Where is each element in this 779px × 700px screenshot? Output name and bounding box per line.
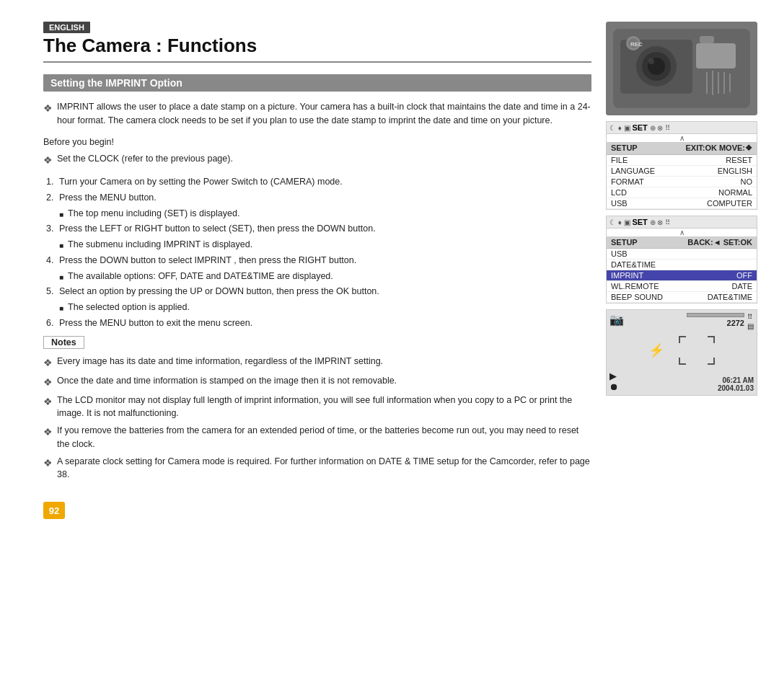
sub-step-4: ■The submenu including IMPRINT is displa… — [59, 238, 591, 252]
menu1-icons: ☾ ♦ ▣ SET ⊕ ⊗ ⠿ — [609, 123, 670, 132]
square-icon: ■ — [59, 303, 63, 314]
sub-step-2: ■The top menu including (SET) is display… — [59, 207, 591, 221]
step-1: 2.Press the MENU button. — [46, 191, 591, 205]
menu2-row2-left: IMPRINT — [611, 271, 643, 280]
vf-date: 2004.01.03 — [718, 384, 754, 392]
camera-svg: REC — [606, 22, 757, 115]
note-diamond-4: ❖ — [43, 456, 53, 471]
section-header: Setting the IMPRINT Option — [43, 74, 591, 92]
menu1-header-left: SETUP — [611, 143, 638, 153]
step-7: 5.Select an option by pressing the UP or… — [46, 285, 591, 298]
camera-image: REC — [606, 22, 757, 115]
note-2: ❖The LCD monitor may not display full le… — [43, 394, 591, 421]
menu2-header: SETUP BACK:◄ SET:OK — [607, 236, 757, 249]
notes-label: Notes — [51, 337, 76, 347]
svg-rect-7 — [696, 43, 736, 68]
menu1-row-2: FORMAT NO — [607, 177, 757, 187]
page: ENGLISH The Camera : Functions Setting t… — [0, 0, 779, 533]
step-3: 3.Press the LEFT or RIGHT button to sele… — [46, 222, 591, 236]
intro-text: IMPRINT allows the user to place a date … — [57, 100, 591, 128]
step-9: 6.Press the MENU button to exit the menu… — [46, 316, 591, 330]
note-1: ❖Once the date and time information is s… — [43, 374, 591, 390]
menu2-caret: ∧ — [607, 229, 757, 236]
menu2-row-3: WL.REMOTE DATE — [607, 281, 757, 292]
note-diamond-0: ❖ — [43, 355, 53, 371]
menu2-row2-right: OFF — [736, 271, 752, 280]
note-diamond-2: ❖ — [43, 394, 53, 409]
before-begin-text: Before you begin! — [43, 136, 591, 149]
menu1-row-4: USB COMPUTER — [607, 198, 757, 209]
language-tag: ENGLISH — [43, 22, 90, 33]
menu1-row0-right: RESET — [726, 156, 752, 164]
sub-step-8: ■The selected option is applied. — [59, 301, 591, 314]
menu1-row2-right: NO — [741, 177, 753, 186]
vf-battery-bar — [687, 313, 744, 317]
menu2-header-right: BACK:◄ SET:OK — [687, 238, 752, 247]
menu1-row-1: LANGUAGE ENGLISH — [607, 166, 757, 177]
menu1-row2-left: FORMAT — [611, 177, 644, 186]
diamond-icon-2: ❖ — [43, 153, 53, 168]
menu2-row-0: USB — [607, 249, 757, 260]
menu2-row-2: IMPRINT OFF — [607, 270, 757, 281]
menu2-row0-left: USB — [611, 249, 628, 258]
page-title: The Camera : Functions — [43, 35, 591, 63]
settings-icon: ▤ — [747, 322, 754, 330]
vf-bottom: ▶ ⏺ 06:21 AM 2004.01.03 — [609, 371, 754, 392]
note-diamond-1: ❖ — [43, 375, 53, 390]
step-5: 4.Press the DOWN button to select IMPRIN… — [46, 254, 591, 267]
menu1-header: SETUP EXIT:OK MOVE:❖ — [607, 142, 757, 155]
menu1-row4-left: USB — [611, 199, 628, 208]
vf-count: 2272 — [727, 319, 744, 327]
note-0: ❖Every image has its date and time infor… — [43, 355, 591, 371]
notes-list: ❖Every image has its date and time infor… — [43, 355, 591, 482]
right-column: REC ☾ ♦ ▣ SET ⊕ ⊗ ⠿ ∧ SETUP EXIT:OK MOVE… — [606, 22, 765, 519]
camera-icon: 📷 — [609, 313, 624, 327]
menu2-row4-left: BEEP SOUND — [611, 293, 663, 301]
menu2-row1-left: DATE&TIME — [611, 260, 656, 269]
square-icon: ■ — [59, 209, 63, 220]
play-icon: ▶ — [609, 371, 619, 381]
menu-dots-icon: ⠿ — [747, 313, 754, 321]
menu-panel-2: ☾ ♦ ▣ SET ⊕ ⊗ ⠿ ∧ SETUP BACK:◄ SET:OK US… — [606, 216, 757, 304]
svg-point-9 — [724, 33, 733, 42]
menu2-icons: ☾ ♦ ▣ SET ⊕ ⊗ ⠿ — [609, 218, 670, 226]
sub-step-6: ■The available options: OFF, DATE and DA… — [59, 270, 591, 283]
note-4: ❖A separate clock setting for Camera mod… — [43, 455, 591, 482]
menu2-icon-row: ☾ ♦ ▣ SET ⊕ ⊗ ⠿ — [607, 216, 757, 229]
svg-rect-8 — [700, 36, 714, 43]
menu2-header-left: SETUP — [611, 238, 638, 247]
flash-icon: ⚡ — [648, 342, 664, 358]
vf-top-right: 2272 — [630, 313, 744, 327]
menu-panel-1: ☾ ♦ ▣ SET ⊕ ⊗ ⠿ ∧ SETUP EXIT:OK MOVE:❖ F… — [606, 121, 757, 210]
bracket-br — [708, 358, 715, 365]
bracket-tl — [679, 336, 686, 343]
menu1-row-0: FILE RESET — [607, 155, 757, 166]
svg-point-6 — [648, 58, 654, 64]
note-diamond-3: ❖ — [43, 425, 53, 440]
vf-bottom-left: ▶ ⏺ — [609, 371, 619, 392]
square-icon: ■ — [59, 272, 63, 283]
page-number: 92 — [43, 502, 65, 519]
intro-paragraph: ❖ IMPRINT allows the user to place a dat… — [43, 100, 591, 128]
menu1-row0-left: FILE — [611, 156, 628, 164]
vf-time: 06:21 AM — [718, 376, 754, 384]
menu2-row3-right: DATE — [731, 282, 752, 291]
menu2-row3-left: WL.REMOTE — [611, 282, 659, 291]
menu2-row4-right: DATE&TIME — [708, 293, 752, 301]
bracket-bl — [679, 358, 686, 365]
menu1-caret: ∧ — [607, 134, 757, 142]
viewfinder: 📷 2272 ⠿ ▤ ⚡ — [606, 309, 757, 396]
notes-box: Notes — [43, 336, 84, 349]
square-icon: ■ — [59, 240, 63, 251]
svg-text:REC: REC — [630, 41, 643, 48]
focus-brackets — [679, 336, 715, 365]
step-0: 1.Turn your Camera on by setting the Pow… — [46, 175, 591, 189]
menu1-row-3: LCD NORMAL — [607, 187, 757, 198]
menu2-row-1: DATE&TIME — [607, 260, 757, 270]
vf-timestamp: 06:21 AM 2004.01.03 — [718, 376, 754, 392]
menu1-header-right: EXIT:OK MOVE:❖ — [685, 143, 752, 153]
vf-center: ⚡ — [609, 330, 754, 371]
menu1-row3-right: NORMAL — [718, 188, 752, 197]
diamond-icon: ❖ — [43, 101, 53, 116]
menu2-row-4: BEEP SOUND DATE&TIME — [607, 292, 757, 303]
